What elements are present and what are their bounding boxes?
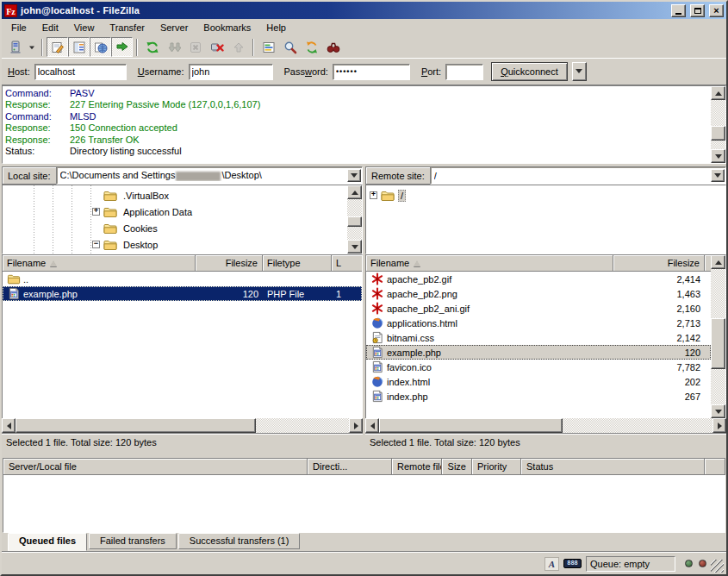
file-row[interactable]: ..: [3, 272, 362, 286]
toolbar-button-filter[interactable]: [258, 37, 279, 57]
file-row[interactable]: index.html202: [366, 374, 711, 389]
toolbar-button-toggle-remote-tree[interactable]: [90, 37, 111, 57]
tab-successful-transfers-1[interactable]: Successful transfers (1): [178, 533, 301, 549]
file-row[interactable]: index.php267: [366, 389, 711, 404]
tree-item-label[interactable]: .VirtualBox: [121, 190, 171, 202]
toolbar-button-toggle-local-tree[interactable]: [68, 37, 90, 57]
tree-item[interactable]: −Desktop: [3, 236, 347, 253]
toolbar-button-toggle-message-log[interactable]: [47, 37, 68, 57]
username-input[interactable]: [189, 64, 273, 80]
toolbar-button-synchronized-browsing[interactable]: [301, 37, 322, 57]
tree-item-label[interactable]: Application Data: [121, 206, 195, 218]
menu-item-edit[interactable]: Edit: [34, 20, 66, 35]
menu-item-server[interactable]: Server: [152, 20, 196, 35]
menu-item-view[interactable]: View: [66, 20, 103, 35]
file-row[interactable]: apache_pb2.gif2,414: [366, 272, 711, 286]
collapse-icon[interactable]: −: [92, 241, 100, 248]
close-button[interactable]: ×: [709, 4, 724, 17]
scrollbar-thumb[interactable]: [347, 216, 362, 227]
scroll-down-button[interactable]: [347, 240, 362, 254]
file-row[interactable]: example.php120PHP File1: [3, 286, 362, 301]
remote-horizontal-scrollbar[interactable]: [365, 418, 726, 433]
file-row[interactable]: bitnami.css2,142: [366, 330, 711, 345]
quickconnect-button[interactable]: Quickconnect: [491, 62, 568, 81]
remote-path-combobox[interactable]: /: [430, 166, 726, 185]
toolbar-button-toggle-transfer-queue[interactable]: [111, 37, 133, 57]
speed-limits-icon[interactable]: [563, 559, 582, 568]
queue-column-header-remotefile[interactable]: Remote file: [392, 458, 442, 475]
combo-dropdown-button[interactable]: [347, 169, 361, 182]
menu-item-bookmarks[interactable]: Bookmarks: [196, 20, 258, 35]
remote-list-scrollbar[interactable]: [711, 255, 725, 418]
tree-item[interactable]: .VirtualBox: [3, 187, 347, 203]
column-header-filetype[interactable]: Filetype: [263, 255, 332, 272]
menu-item-file[interactable]: File: [3, 20, 34, 35]
tree-item[interactable]: +Application Data: [3, 203, 347, 220]
scrollbar-thumb[interactable]: [711, 318, 725, 370]
file-row[interactable]: apache_pb2_ani.gif2,160: [366, 301, 711, 316]
resize-grip[interactable]: [711, 560, 724, 573]
toolbar-button-reconnect[interactable]: [227, 37, 249, 57]
menu-item-transfer[interactable]: Transfer: [102, 20, 152, 35]
local-tree-scrollbar[interactable]: [347, 185, 362, 254]
password-input[interactable]: [333, 64, 410, 80]
port-input[interactable]: [445, 64, 483, 80]
combo-dropdown-button[interactable]: [711, 169, 725, 182]
column-header-filesize[interactable]: Filesize: [613, 255, 705, 272]
queue-column-header-size[interactable]: Size: [442, 458, 472, 475]
local-path-text: C:\Documents and Settings\Desktop\: [60, 170, 347, 181]
toolbar-button-compare[interactable]: [279, 37, 301, 57]
tree-item-label[interactable]: Cookies: [121, 222, 160, 235]
menu-item-help[interactable]: Help: [258, 20, 294, 35]
column-header-l[interactable]: L: [332, 255, 362, 272]
maximize-button[interactable]: [690, 4, 705, 17]
scroll-left-button[interactable]: [2, 418, 16, 433]
scroll-up-button[interactable]: [711, 86, 725, 100]
minimize-button[interactable]: [671, 4, 686, 17]
toolbar-button-site-manager[interactable]: [4, 37, 26, 57]
scrollbar-thumb[interactable]: [379, 418, 563, 433]
file-row[interactable]: favicon.ico7,782: [366, 360, 711, 374]
scroll-up-button[interactable]: [347, 185, 362, 199]
file-row[interactable]: apache_pb2.png1,463: [366, 286, 711, 301]
queue-column-header-serverlocalfile[interactable]: Server/Local file: [3, 458, 308, 475]
expand-icon[interactable]: +: [370, 191, 377, 199]
file-row[interactable]: example.php120: [366, 345, 711, 360]
scroll-left-button[interactable]: [365, 418, 379, 433]
tab-failed-transfers[interactable]: Failed transfers: [89, 533, 177, 549]
tree-item[interactable]: +/: [366, 187, 725, 203]
scrollbar-thumb[interactable]: [16, 418, 256, 433]
queue-splitter[interactable]: [2, 451, 726, 458]
quickconnect-dropdown-button[interactable]: [572, 62, 587, 81]
queue-column-header-directi[interactable]: Directi...: [308, 458, 392, 475]
scroll-up-button[interactable]: [711, 255, 725, 269]
queue-column-header-status[interactable]: Status: [521, 458, 705, 475]
transfer-type-icon[interactable]: A: [544, 557, 559, 571]
file-row[interactable]: applications.html2,713: [366, 316, 711, 330]
file-cell: 1,463: [613, 286, 705, 301]
local-horizontal-scrollbar[interactable]: [2, 418, 363, 433]
toolbar-button-cancel[interactable]: [184, 37, 206, 57]
column-header-filename[interactable]: Filename: [366, 255, 613, 272]
toolbar-button-site-manager-dropdown[interactable]: [26, 37, 38, 57]
column-header-filename[interactable]: Filename: [3, 255, 196, 272]
scroll-down-button[interactable]: [711, 149, 725, 163]
log-scrollbar[interactable]: [711, 86, 725, 163]
host-input[interactable]: [34, 64, 127, 80]
scroll-right-button[interactable]: [712, 418, 726, 433]
expand-icon[interactable]: +: [92, 208, 100, 216]
tab-queued-files[interactable]: Queued files: [8, 533, 87, 551]
toolbar-button-find[interactable]: [322, 37, 344, 57]
tree-item-label[interactable]: /: [398, 190, 406, 202]
local-path-combobox[interactable]: C:\Documents and Settings\Desktop\: [56, 166, 363, 185]
tree-item[interactable]: Cookies: [3, 220, 347, 236]
queue-column-header-priority[interactable]: Priority: [472, 458, 521, 475]
column-header-filesize[interactable]: Filesize: [196, 255, 263, 272]
scrollbar-thumb[interactable]: [711, 126, 725, 141]
toolbar-button-process-queue[interactable]: [163, 37, 184, 57]
scroll-right-button[interactable]: [349, 418, 363, 433]
tree-item-label[interactable]: Desktop: [121, 239, 160, 251]
toolbar-button-refresh[interactable]: [141, 37, 163, 57]
scroll-down-button[interactable]: [711, 404, 725, 418]
toolbar-button-disconnect[interactable]: [206, 37, 227, 57]
